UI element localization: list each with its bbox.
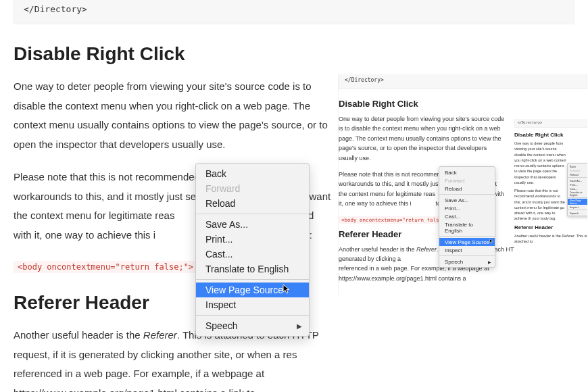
ctx-separator <box>196 279 309 280</box>
thumb-heading-disable: Disable Right Click <box>339 99 587 109</box>
text-italic-referer: Referer <box>143 329 177 341</box>
ctx-label-view-source: View Page Source <box>205 285 283 295</box>
t: Inspect <box>568 205 587 209</box>
recursive-thumbnail: </Directory> Disable Right Click One way… <box>338 74 587 297</box>
text-fragment: Please note that this is not recommended <box>14 171 200 182</box>
context-menu[interactable]: Back Forward Reload Save As... Print... … <box>195 163 310 337</box>
t: Another useful header is the <box>514 234 562 238</box>
t: Another useful header is the Referer. Th… <box>514 233 587 245</box>
ctx-item-translate[interactable]: Translate to English <box>196 262 309 276</box>
chevron-right-icon: ▶ <box>297 322 302 330</box>
ctx-item-view-page-source[interactable]: View Page Source <box>196 283 309 297</box>
t: your body tag: <box>533 216 556 220</box>
t <box>568 177 587 178</box>
t: Please note that this is not recommend w… <box>514 188 567 222</box>
t: Disable Right Click <box>514 132 587 138</box>
ctx-separator <box>196 315 309 316</box>
t: Reload <box>568 172 587 176</box>
t <box>568 210 587 210</box>
chevron-right-icon: ▶ <box>488 260 491 264</box>
t <box>439 194 495 195</box>
thumb2-context-menu: Back Forward Reload Save As... Print... … <box>567 163 587 216</box>
thumb-paragraph: One way to deter people from viewing you… <box>339 114 506 163</box>
ctx-item-save-as[interactable]: Save As... <box>196 217 309 232</box>
t: Translate to English <box>568 191 587 197</box>
t: Please note that this is not recommended <box>339 171 451 178</box>
t: One way to deter people from viewing you… <box>514 141 563 151</box>
t: Another useful header is the <box>339 246 416 253</box>
ctx-item-back[interactable]: Back <box>196 166 309 181</box>
t: Reload <box>439 185 495 193</box>
text-fragment: Another useful header is the <box>14 329 143 341</box>
ctx-label-speech: Speech <box>205 320 237 331</box>
thumb-code-block: </Directory> <box>339 74 587 89</box>
t: Referer <box>416 246 437 253</box>
cursor-icon <box>283 284 291 295</box>
thumb-context-menu: Back Forward Reload Save As... Print... … <box>439 166 495 268</box>
t <box>439 255 495 256</box>
t: View Page Source <box>568 199 587 205</box>
ctx-item-speech[interactable]: Speech ▶ <box>196 318 309 333</box>
text-fragment: referenced in a web page. For example, i… <box>14 368 264 392</box>
t: Speech <box>445 259 463 265</box>
t: Print... <box>439 204 495 212</box>
t: Inspect <box>439 246 495 254</box>
t: View Page Source <box>445 239 489 245</box>
t: Save As... <box>439 196 495 204</box>
t <box>568 197 587 198</box>
t: One way to deter people from viewing you… <box>514 141 567 185</box>
t <box>439 236 495 237</box>
recursive-thumbnail-2: </Directory> Disable Right Click One way… <box>514 119 587 254</box>
inline-code-body-oncontextmenu: <body oncontextmenu="return false;"> <box>14 261 197 273</box>
code-block-directory-close: </Directory> <box>14 0 574 24</box>
cursor-icon <box>489 239 493 244</box>
ctx-item-reload[interactable]: Reload <box>196 196 309 211</box>
t: Cast... <box>439 212 495 220</box>
t: </Directory> <box>514 119 587 128</box>
t: Speech <box>568 211 587 215</box>
ctx-item-forward: Forward <box>196 181 309 196</box>
ctx-item-inspect[interactable]: Inspect <box>196 297 309 312</box>
t: Referer <box>562 234 574 238</box>
paragraph-disable-intro: One way to deter people from viewing you… <box>14 77 331 154</box>
ctx-separator <box>196 214 309 214</box>
thumb-inline-code: <body oncontextmenu="return false;"> <box>339 216 454 224</box>
t: Translate to English <box>439 220 495 235</box>
t: Back <box>439 168 495 176</box>
t: Forward <box>439 176 495 185</box>
thumb-ctx-view-source: View Page Source <box>439 238 495 246</box>
t: Speech▶ <box>439 258 495 266</box>
heading-disable-right-click: Disable Right Click <box>14 43 574 65</box>
t: Referer Header <box>514 224 587 230</box>
ctx-item-cast[interactable]: Cast... <box>196 247 309 262</box>
ctx-item-print[interactable]: Print... <box>196 232 309 247</box>
